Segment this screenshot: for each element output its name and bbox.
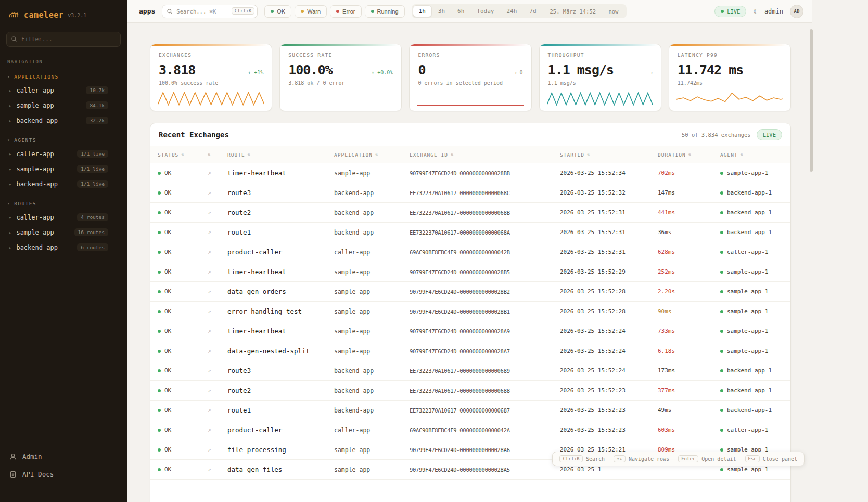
- open-exchange-icon[interactable]: ↗: [208, 288, 227, 295]
- open-exchange-icon[interactable]: ↗: [208, 347, 227, 354]
- range-button-today[interactable]: Today: [470, 5, 500, 17]
- sidebar-item-routes-backend-app[interactable]: ▸ backend-app 6 routes: [0, 240, 127, 255]
- table-row[interactable]: OK ↗ route2 backend-app EE7322370A10617-…: [150, 203, 790, 223]
- vertical-scrollbar[interactable]: [810, 29, 813, 172]
- sort-icon[interactable]: ⇅: [181, 152, 184, 157]
- table-row[interactable]: OK ↗ product-caller caller-app 69AC90BF8…: [150, 242, 790, 262]
- table-row[interactable]: OK ↗ route1 backend-app EE7322370A10617-…: [150, 223, 790, 242]
- started-timestamp: 2026-03-25 15:52:34: [560, 170, 658, 176]
- column-header-agent[interactable]: AGENT ⇅: [720, 152, 790, 158]
- agent-status-dot: [720, 271, 723, 274]
- open-exchange-icon[interactable]: ↗: [208, 387, 227, 394]
- open-exchange-icon[interactable]: ↗: [208, 407, 227, 414]
- sidebar-item-agent-caller-app[interactable]: ▸ caller-app 1/1 live: [0, 146, 127, 161]
- range-button-6h[interactable]: 6h: [451, 5, 470, 17]
- column-header-started[interactable]: STARTED ⇅: [560, 152, 658, 158]
- sidebar-item-application-caller-app[interactable]: ▸ caller-app 10.7k: [0, 83, 127, 98]
- section-applications[interactable]: ▾ APPLICATIONS: [0, 65, 127, 83]
- exchange-id: 90799F47E6CD24D-00000000000028BB: [410, 170, 560, 176]
- ok-status-dot: [158, 350, 161, 353]
- open-exchange-icon[interactable]: ↗: [208, 170, 227, 176]
- table-row[interactable]: OK ↗ error-handling-test sample-app 9079…: [150, 302, 790, 321]
- sidebar-item-api-docs[interactable]: API Docs: [9, 470, 118, 478]
- top-bar-right: LIVE ☾ admin AD: [714, 5, 803, 18]
- hint-search: Ctrl+K Search: [559, 455, 605, 462]
- theme-toggle-icon[interactable]: ☾: [753, 7, 757, 16]
- context-tab-apps[interactable]: apps: [139, 7, 155, 15]
- stat-card-success-rate: SUCCESS RATE 100.0% ↑ +0.0% 3.818 ok / 0…: [279, 44, 402, 111]
- open-exchange-icon[interactable]: ↗: [208, 229, 227, 236]
- table-row[interactable]: OK ↗ timer-heartbeat sample-app 90799F47…: [150, 321, 790, 341]
- open-exchange-icon[interactable]: ↗: [208, 446, 227, 453]
- range-button-24h[interactable]: 24h: [500, 5, 523, 17]
- sort-icon[interactable]: ⇅: [451, 152, 454, 157]
- chip-label: OK: [277, 8, 285, 15]
- filter-chip-ok[interactable]: OK: [264, 5, 291, 18]
- table-row[interactable]: OK ↗ route3 backend-app EE7322370A10617-…: [150, 183, 790, 203]
- column-header-duration[interactable]: DURATION ⇅: [658, 152, 720, 158]
- sort-icon[interactable]: ⇅: [741, 152, 744, 157]
- table-row[interactable]: OK ↗ data-gen-nested-split sample-app 90…: [150, 341, 790, 361]
- ok-status-dot: [158, 271, 161, 274]
- column-header-application[interactable]: APPLICATION ⇅: [334, 152, 410, 158]
- table-row[interactable]: OK ↗ route2 backend-app EE7322370A10617-…: [150, 381, 790, 401]
- started-timestamp: 2026-03-25 15:52:31: [560, 229, 658, 236]
- table-row[interactable]: OK ↗ timer-heartbeat sample-app 90799F47…: [150, 262, 790, 282]
- sort-icon[interactable]: ⇅: [375, 152, 378, 157]
- open-exchange-icon[interactable]: ↗: [208, 367, 227, 374]
- section-agents[interactable]: ▾ AGENTS: [0, 128, 127, 146]
- range-button-7d[interactable]: 7d: [523, 5, 542, 17]
- stat-value: 100.0%: [288, 62, 332, 78]
- section-routes[interactable]: ▾ ROUTES: [0, 191, 127, 210]
- open-exchange-icon[interactable]: ↗: [208, 249, 227, 255]
- panel-live-toggle[interactable]: LIVE: [757, 129, 782, 140]
- sidebar-item-agent-sample-app[interactable]: ▸ sample-app 1/1 live: [0, 161, 127, 176]
- table-row[interactable]: OK ↗ timer-heartbeat sample-app 90799F47…: [150, 163, 790, 183]
- open-exchange-icon[interactable]: ↗: [208, 308, 227, 315]
- column-header-route[interactable]: ROUTE ⇅: [227, 152, 334, 158]
- agent-cell: sample-app-1: [720, 347, 790, 354]
- sort-icon[interactable]: ⇅: [587, 152, 590, 157]
- sidebar-item-routes-sample-app[interactable]: ▸ sample-app 16 routes: [0, 225, 127, 240]
- agent-cell: backend-app-1: [720, 229, 790, 236]
- sidebar-item-admin[interactable]: Admin: [9, 453, 118, 460]
- status-label: OK: [164, 328, 171, 334]
- open-exchange-icon[interactable]: ↗: [208, 189, 227, 196]
- route-name: timer-heartbeat: [227, 169, 334, 177]
- sidebar-item-application-backend-app[interactable]: ▸ backend-app 32.2k: [0, 113, 127, 128]
- table-row[interactable]: OK ↗ route1 backend-app EE7322370A10617-…: [150, 401, 790, 420]
- live-status-dot: [721, 10, 724, 13]
- sidebar: cameleer v3.2.1 NAVIGATION ▾ APPLICATION…: [0, 0, 127, 502]
- open-exchange-icon[interactable]: ↗: [208, 328, 227, 334]
- sparkline-exchanges: [158, 89, 264, 107]
- filter-input[interactable]: [6, 32, 121, 47]
- sort-icon[interactable]: ⇅: [208, 152, 211, 157]
- open-exchange-icon[interactable]: ↗: [208, 209, 227, 216]
- open-exchange-icon[interactable]: ↗: [208, 466, 227, 473]
- range-button-3h[interactable]: 3h: [432, 5, 451, 17]
- filter-chip-running[interactable]: Running: [365, 5, 405, 18]
- table-row[interactable]: OK ↗ data-gen-orders sample-app 90799F47…: [150, 282, 790, 302]
- column-header-detail[interactable]: ⇅: [208, 152, 227, 157]
- live-toggle[interactable]: LIVE: [714, 6, 746, 17]
- open-exchange-icon[interactable]: ↗: [208, 427, 227, 433]
- duration-value: 377ms: [658, 387, 720, 394]
- sort-icon[interactable]: ⇅: [248, 152, 251, 157]
- chevron-right-icon: ▸: [9, 151, 11, 157]
- column-header-status[interactable]: STATUS ⇅: [158, 152, 208, 158]
- table-row[interactable]: OK ↗ product-caller caller-app 69AC90BF8…: [150, 420, 790, 440]
- sidebar-item-routes-caller-app[interactable]: ▸ caller-app 4 routes: [0, 210, 127, 225]
- sidebar-item-application-sample-app[interactable]: ▸ sample-app 84.1k: [0, 98, 127, 113]
- avatar[interactable]: AD: [790, 5, 803, 18]
- open-exchange-icon[interactable]: ↗: [208, 268, 227, 275]
- range-button-1h[interactable]: 1h: [413, 5, 432, 17]
- sidebar-item-agent-backend-app[interactable]: ▸ backend-app 1/1 live: [0, 176, 127, 191]
- route-name: route1: [227, 406, 334, 414]
- logo[interactable]: cameleer v3.2.1: [0, 0, 127, 27]
- filter-chip-error[interactable]: Error: [330, 5, 361, 18]
- column-header-exchange-id[interactable]: EXCHANGE ID ⇅: [410, 152, 560, 158]
- filter-chip-warn[interactable]: Warn: [295, 5, 327, 18]
- agent-status-dot: [720, 468, 723, 471]
- sort-icon[interactable]: ⇅: [688, 152, 692, 157]
- table-row[interactable]: OK ↗ route3 backend-app EE7322370A10617-…: [150, 361, 790, 381]
